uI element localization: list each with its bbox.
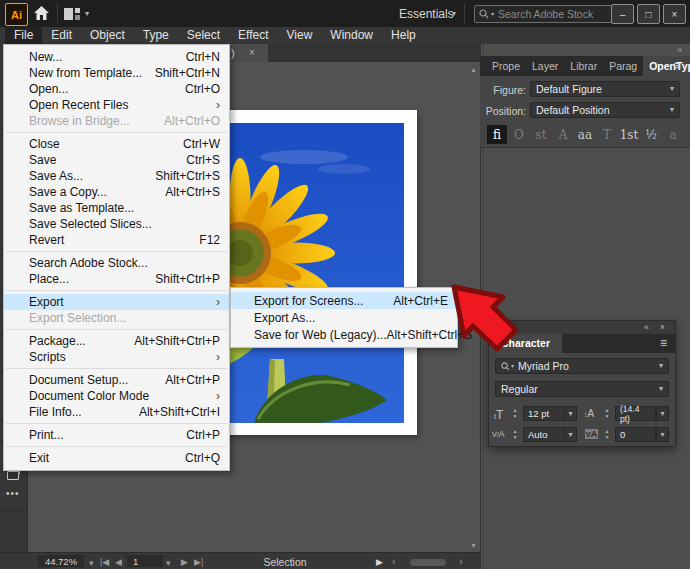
menu-item-close[interactable]: CloseCtrl+W: [4, 136, 229, 152]
panel-tab-librar[interactable]: Librar: [564, 56, 603, 76]
stepper-down-icon[interactable]: ▼: [513, 435, 518, 440]
menubar-item-view[interactable]: View: [278, 27, 322, 44]
menu-item-document-setup[interactable]: Document Setup...Alt+Ctrl+P: [4, 372, 229, 388]
opentype-discretionary-ligatures-button[interactable]: st: [531, 125, 551, 144]
scroll-right-icon[interactable]: ›: [459, 555, 463, 567]
maximize-button[interactable]: □: [637, 4, 660, 24]
opentype-stylistic-sets-button[interactable]: a: [663, 125, 683, 144]
previous-page-icon[interactable]: ◀: [115, 557, 122, 567]
menubar-item-effect[interactable]: Effect: [229, 27, 277, 44]
menu-item-new[interactable]: New...Ctrl+N: [4, 49, 229, 65]
submenu-item-export-as[interactable]: Export As...: [231, 309, 457, 326]
stepper-down-icon[interactable]: ▼: [513, 414, 518, 419]
scroll-down-icon[interactable]: ▼: [470, 542, 477, 549]
zoom-level-field[interactable]: 44.72%: [38, 555, 84, 567]
edit-toolbar-icon[interactable]: •••: [6, 488, 20, 499]
menubar-item-edit[interactable]: Edit: [42, 27, 81, 44]
next-page-icon[interactable]: ▶: [181, 557, 188, 567]
panel-tab-parag[interactable]: Parag: [603, 56, 643, 76]
menu-item-place[interactable]: Place...Shift+Ctrl+P: [4, 271, 229, 287]
font-style-field[interactable]: Regular ▾: [495, 381, 669, 397]
panel-tab-layer[interactable]: Layer: [526, 56, 564, 76]
menu-item-export[interactable]: Export›: [4, 294, 229, 310]
scroll-up-icon[interactable]: ▲: [470, 66, 477, 73]
chevron-down-icon[interactable]: ▾: [452, 10, 456, 18]
menubar-item-object[interactable]: Object: [81, 27, 134, 44]
menubar-item-window[interactable]: Window: [321, 27, 382, 44]
leading-dropdown[interactable]: ▾: [656, 406, 669, 421]
menu-item-scripts[interactable]: Scripts›: [4, 349, 229, 365]
opentype-stylistic-alternates-button[interactable]: aa: [575, 125, 595, 144]
tracking-dropdown[interactable]: ▾: [656, 427, 669, 442]
menubar-item-file[interactable]: File: [5, 27, 42, 44]
opentype-titling-alternates-button[interactable]: T: [597, 125, 617, 144]
kerning-dropdown[interactable]: ▾: [564, 427, 577, 442]
menubar-item-type[interactable]: Type: [134, 27, 178, 44]
font-size-stepper[interactable]: ▲ ▼: [510, 406, 520, 421]
opentype-fractions-button[interactable]: ½: [641, 125, 661, 144]
kerning-stepper[interactable]: ▲ ▼: [510, 427, 520, 442]
menu-item-search-adobe-stock[interactable]: Search Adobe Stock...: [4, 255, 229, 271]
home-icon[interactable]: [33, 5, 50, 21]
menu-item-package[interactable]: Package...Alt+Shift+Ctrl+P: [4, 333, 229, 349]
scroll-left-icon[interactable]: ‹: [392, 555, 396, 567]
stepper-down-icon[interactable]: ▼: [605, 435, 610, 440]
tracking-field[interactable]: 0: [615, 427, 656, 442]
menu-item-save-a-copy[interactable]: Save a Copy...Alt+Ctrl+S: [4, 184, 229, 200]
menu-item-document-color-mode[interactable]: Document Color Mode›: [4, 388, 229, 404]
menu-item-save-as[interactable]: Save As...Shift+Ctrl+S: [4, 168, 229, 184]
menu-item-save-selected-slices[interactable]: Save Selected Slices...: [4, 216, 229, 232]
tab-character[interactable]: Character: [489, 334, 562, 353]
panel-tab-opentype[interactable]: OpenType: [643, 56, 690, 76]
opentype-ordinals-button[interactable]: 1st: [619, 125, 639, 144]
submenu-item-export-for-screens[interactable]: Export for Screens...Alt+Ctrl+E: [231, 292, 457, 309]
arrange-documents-icon[interactable]: [64, 8, 80, 20]
scrollbar-thumb[interactable]: [410, 559, 446, 566]
chevron-down-icon[interactable]: ▾: [89, 559, 94, 567]
menubar-item-select[interactable]: Select: [178, 27, 229, 44]
menu-item-revert[interactable]: RevertF12: [4, 232, 229, 248]
tracking-stepper[interactable]: ▲ ▼: [602, 427, 612, 442]
menu-item-open[interactable]: Open...Ctrl+O: [4, 81, 229, 97]
collapse-to-icons-icon[interactable]: «: [644, 322, 649, 332]
workspace-switcher[interactable]: Essentials: [399, 7, 454, 21]
position-dropdown[interactable]: Default Position ▾: [530, 102, 680, 118]
leading-field[interactable]: (14.4 pt): [615, 406, 656, 421]
menu-item-open-recent-files[interactable]: Open Recent Files›: [4, 97, 229, 113]
menu-item-new-from-template[interactable]: New from Template...Shift+Ctrl+N: [4, 65, 229, 81]
font-size-field[interactable]: 12 pt: [523, 406, 565, 421]
page-number-field[interactable]: 1: [127, 555, 163, 567]
menu-item-file-info[interactable]: File Info...Alt+Shift+Ctrl+I: [4, 404, 229, 420]
figure-dropdown[interactable]: Default Figure ▾: [530, 81, 680, 97]
opentype-swash-button[interactable]: A: [553, 125, 573, 144]
stock-search-input[interactable]: [496, 7, 617, 21]
kerning-field[interactable]: Auto: [523, 427, 565, 442]
last-page-icon[interactable]: ▶|: [194, 557, 203, 567]
menu-item-exit[interactable]: ExitCtrl+Q: [4, 450, 229, 466]
close-button[interactable]: ×: [663, 4, 686, 24]
chevron-down-icon[interactable]: ▾: [85, 10, 89, 18]
play-icon[interactable]: ▶: [376, 557, 383, 567]
first-page-icon[interactable]: |◀: [100, 557, 109, 567]
panel-menu-icon[interactable]: ≡: [673, 59, 681, 72]
tab-close-icon[interactable]: ×: [249, 47, 255, 58]
leading-stepper[interactable]: ▲ ▼: [602, 406, 612, 421]
font-size-dropdown[interactable]: ▾: [564, 406, 577, 421]
menu-item-print[interactable]: Print...Ctrl+P: [4, 427, 229, 443]
opentype-ligatures-button[interactable]: fi: [487, 125, 507, 144]
menu-item-browse-in-bridge[interactable]: Browse in Bridge...Alt+Ctrl+O: [4, 113, 229, 129]
minimize-button[interactable]: –: [611, 4, 634, 24]
font-family-field[interactable]: ▾ Myriad Pro ▾: [495, 358, 669, 374]
chevron-down-icon[interactable]: ▾: [166, 559, 171, 567]
panel-close-icon[interactable]: ×: [660, 322, 665, 332]
menu-item-export-selection[interactable]: Export Selection...: [4, 310, 229, 326]
menubar-item-help[interactable]: Help: [382, 27, 425, 44]
stock-search-box[interactable]: ▾: [474, 5, 622, 23]
opentype-contextual-alternates-button[interactable]: O: [509, 125, 529, 144]
submenu-item-save-for-web-legacy[interactable]: Save for Web (Legacy)...Alt+Shift+Ctrl+S: [231, 326, 457, 343]
menu-item-save-as-template[interactable]: Save as Template...: [4, 200, 229, 216]
panel-tab-prope[interactable]: Prope: [486, 56, 526, 76]
panel-menu-icon[interactable]: ≡: [660, 337, 667, 350]
collapse-panels-icon[interactable]: »: [677, 45, 682, 55]
menu-item-save[interactable]: SaveCtrl+S: [4, 152, 229, 168]
